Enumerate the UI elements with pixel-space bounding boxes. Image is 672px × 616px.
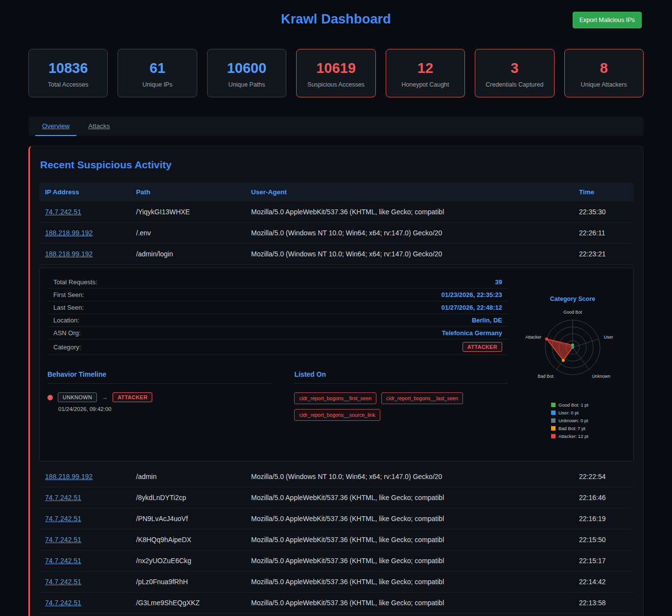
- stat-value: 10619: [300, 60, 372, 76]
- row-path: /G3Lme9ShEQgXKZ: [130, 593, 245, 613]
- field-value: Telefonica Germany: [442, 329, 502, 337]
- field-asn-org: ASN Org: Telefonica Germany: [47, 327, 508, 340]
- ip-link[interactable]: 74.7.242.51: [45, 557, 81, 565]
- header-path: Path: [130, 183, 245, 202]
- svg-text:Good Bot: Good Bot: [563, 310, 582, 315]
- field-total-requests: Total Requests: 39: [47, 276, 508, 289]
- timeline-marker-icon: [47, 395, 53, 400]
- legend-swatch-unknown: [551, 418, 556, 423]
- tab-overview[interactable]: Overview: [35, 116, 76, 136]
- ip-link[interactable]: 74.7.242.51: [45, 208, 81, 216]
- field-label: Location:: [53, 317, 79, 324]
- stat-value: 10600: [210, 60, 283, 76]
- ip-link[interactable]: 74.7.242.51: [45, 515, 81, 523]
- svg-text:Unknown: Unknown: [592, 374, 610, 379]
- listed-on-title: Listed On: [294, 370, 508, 384]
- field-last-seen: Last Seen: 01/27/2026, 22:48:12: [47, 301, 508, 314]
- row-user-agent: Mozilla/5.0 AppleWebKit/537.36 (KHTML, l…: [245, 571, 573, 592]
- row-user-agent: Mozilla/5.0 (Windows NT 10.0; Win64; x64…: [245, 466, 573, 487]
- field-value: Berlin, DE: [472, 317, 502, 324]
- stat-label: Unique Paths: [210, 81, 283, 88]
- ip-detail-fields: Total Requests: 39 First Seen: 01/23/202…: [47, 276, 508, 448]
- legend-label: User: 0 pt: [558, 410, 579, 415]
- row-time: 22:16:19: [573, 508, 634, 529]
- category-score-chart-section: Category Score Good BotUserUnknownBad Bo…: [520, 276, 626, 448]
- stat-card-unique-paths: 10600 Unique Paths: [207, 49, 286, 97]
- tab-attacks[interactable]: Attacks: [81, 116, 116, 136]
- blocklist-badge[interactable]: cidr_report_bogons__first_seen: [294, 392, 376, 404]
- stat-value: 12: [389, 60, 462, 76]
- table-row[interactable]: 74.7.242.51 /K8HQq9hAipeDX Mozilla/5.0 A…: [39, 529, 634, 550]
- table-row[interactable]: 74.7.242.51 /PN9LvAcJ4uoVf Mozilla/5.0 A…: [39, 508, 634, 529]
- stat-card-credentials-captured: 3 Credentials Captured: [475, 49, 554, 97]
- ip-link[interactable]: 74.7.242.51: [45, 599, 81, 607]
- field-location: Location: Berlin, DE: [47, 314, 508, 327]
- stat-card-total-accesses: 10836 Total Accesses: [28, 49, 108, 97]
- row-path: /.env: [130, 223, 245, 243]
- stat-value: 3: [478, 60, 551, 76]
- table-row[interactable]: 188.218.99.192 /.env Mozilla/5.0 (Window…: [39, 223, 634, 244]
- row-path: /admin: [130, 466, 245, 487]
- table-row[interactable]: 74.7.242.51 /YiqykGI13WHXE Mozilla/5.0 A…: [39, 202, 634, 223]
- top-bar: Krawl Dashboard Export Malicious IPs: [0, 12, 672, 38]
- ip-detail-panel: Total Requests: 39 First Seen: 01/23/202…: [39, 268, 634, 461]
- svg-text:User: User: [604, 335, 613, 340]
- svg-text:Attacker: Attacker: [525, 335, 541, 340]
- category-attacker-badge: ATTACKER: [463, 342, 502, 352]
- row-time: 22:35:30: [573, 202, 634, 222]
- row-path: /nx2yUOZuE6Ckg: [130, 550, 245, 571]
- ip-link[interactable]: 74.7.242.51: [45, 536, 81, 544]
- header-time: Time: [573, 183, 634, 202]
- ip-link[interactable]: 188.218.99.192: [45, 250, 93, 258]
- field-value: 01/27/2026, 22:48:12: [441, 304, 502, 311]
- row-user-agent: Mozilla/5.0 AppleWebKit/537.36 (KHTML, l…: [245, 508, 573, 529]
- table-row[interactable]: 74.7.242.51 /nx2yUOZuE6Ckg Mozilla/5.0 A…: [39, 550, 634, 571]
- legend-label: Bad Bot: 7 pt: [558, 426, 585, 431]
- legend-item-good-bot: Good Bot: 1 pt: [551, 402, 626, 408]
- field-label: Category:: [53, 343, 81, 351]
- stat-label: Unique Attackers: [568, 81, 640, 88]
- table-row[interactable]: 188.218.99.192 /admin/login Mozilla/5.0 …: [39, 244, 634, 265]
- header-ip-address: IP Address: [39, 183, 130, 202]
- row-path: /admin/login: [130, 244, 245, 264]
- legend-item-attacker: Attacker: 12 pt: [551, 433, 626, 439]
- legend-swatch-attacker: [551, 434, 556, 438]
- row-path: /PN9LvAcJ4uoVf: [130, 508, 245, 529]
- stat-label: Unique IPs: [121, 81, 193, 88]
- ip-link[interactable]: 74.7.242.51: [45, 494, 81, 502]
- blocklist-badge[interactable]: cidr_report_bogons__last_seen: [381, 392, 463, 404]
- field-label: First Seen:: [53, 291, 84, 298]
- row-time: 22:16:46: [573, 487, 634, 508]
- table-row[interactable]: 74.7.242.51 /pLz0Fnua9fRhH Mozilla/5.0 A…: [39, 571, 634, 593]
- ip-link[interactable]: 188.218.99.192: [45, 229, 93, 237]
- legend-label: Attacker: 12 pt: [558, 433, 588, 439]
- legend-item-unknown: Unknown: 0 pt: [551, 418, 626, 423]
- ip-link[interactable]: 74.7.242.51: [45, 578, 81, 586]
- stat-card-honeypot-caught: 12 Honeypot Caught: [386, 49, 465, 97]
- blocklist-badge[interactable]: cidr_report_bogons__source_link: [294, 409, 380, 421]
- table-row[interactable]: 74.7.242.51 /8ykdLnDYTi2cp Mozilla/5.0 A…: [39, 487, 634, 508]
- behavior-timeline-title: Behavior Timeline: [47, 370, 272, 384]
- row-path: /8ykdLnDYTi2cp: [130, 487, 245, 508]
- svg-text:Bad Bot: Bad Bot: [538, 374, 554, 379]
- detail-bottom: Behavior Timeline UNKNOWN → ATTACKER 01/…: [47, 370, 508, 421]
- arrow-right-icon: →: [102, 394, 108, 401]
- page-title: Krawl Dashboard: [0, 12, 672, 27]
- chart-title: Category Score: [520, 296, 626, 302]
- timeline-from-badge: UNKNOWN: [58, 392, 97, 402]
- export-malicious-ips-button[interactable]: Export Malicious IPs: [573, 12, 642, 28]
- row-user-agent: Mozilla/5.0 AppleWebKit/537.36 (KHTML, l…: [245, 202, 573, 222]
- tab-bar: Overview Attacks: [28, 116, 644, 136]
- timeline-entry: UNKNOWN → ATTACKER: [47, 392, 272, 402]
- row-time: 22:13:58: [573, 593, 634, 613]
- field-label: ASN Org:: [53, 329, 81, 337]
- table-row[interactable]: 74.7.242.51 /G3Lme9ShEQgXKZ Mozilla/5.0 …: [39, 593, 634, 614]
- legend-label: Unknown: 0 pt: [558, 418, 588, 423]
- table-header-row: IP Address Path User-Agent Time: [39, 183, 634, 202]
- radar-legend: Good Bot: 1 pt User: 0 pt Unknown: 0 pt: [551, 402, 626, 439]
- ip-link[interactable]: 188.218.99.192: [45, 473, 93, 480]
- field-label: Last Seen:: [53, 304, 84, 311]
- behavior-timeline-section: Behavior Timeline UNKNOWN → ATTACKER 01/…: [47, 370, 272, 421]
- table-row[interactable]: 188.218.99.192 /admin Mozilla/5.0 (Windo…: [39, 466, 634, 487]
- row-time: 22:22:54: [573, 466, 634, 487]
